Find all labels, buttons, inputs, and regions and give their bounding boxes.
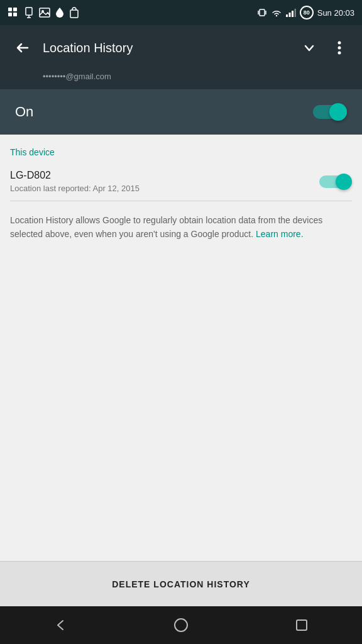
learn-more-link[interactable]: Learn more. <box>256 229 303 239</box>
content-area: This device LG-D802 Location last report… <box>0 135 362 606</box>
master-toggle-bar: On <box>0 89 362 135</box>
svg-rect-21 <box>297 620 307 630</box>
nav-recent-button[interactable] <box>283 606 321 644</box>
master-toggle-switch[interactable] <box>313 103 347 121</box>
status-bar: 80 Sun 20:03 <box>0 0 362 25</box>
svg-rect-15 <box>292 11 293 17</box>
device-name: LG-D802 <box>10 170 140 181</box>
battery-indicator: 80 <box>300 6 314 19</box>
nav-recent-icon <box>293 616 310 634</box>
toggle-label: On <box>15 104 313 120</box>
nav-home-button[interactable] <box>162 606 200 644</box>
device-toggle-thumb <box>336 174 352 190</box>
svg-point-19 <box>338 52 341 55</box>
toggle-thumb <box>329 103 347 121</box>
nav-back-button[interactable] <box>41 606 79 644</box>
back-icon <box>15 40 30 55</box>
status-bar-left-icons <box>8 7 79 18</box>
nav-back-icon <box>52 616 69 634</box>
svg-rect-3 <box>13 13 17 16</box>
svg-rect-0 <box>8 8 12 11</box>
svg-rect-13 <box>286 14 288 17</box>
grid-icon <box>8 7 19 18</box>
svg-point-20 <box>175 619 187 631</box>
svg-point-17 <box>338 42 341 45</box>
bag-icon <box>69 7 79 18</box>
svg-rect-10 <box>260 9 265 16</box>
svg-rect-1 <box>13 8 17 11</box>
svg-rect-16 <box>294 9 296 17</box>
svg-point-18 <box>338 47 341 50</box>
glass-icon <box>24 7 34 18</box>
image-icon <box>39 8 50 18</box>
device-info: LG-D802 Location last reported: Apr 12, … <box>10 170 140 193</box>
this-device-section-header: This device <box>0 135 362 162</box>
chevron-down-icon <box>302 41 316 55</box>
page-title: Location History <box>43 41 299 55</box>
device-row: LG-D802 Location last reported: Apr 12, … <box>0 162 362 201</box>
toolbar: Location History <box>0 25 362 70</box>
svg-rect-9 <box>70 10 78 18</box>
account-row: ••••••••@gmail.com <box>0 70 362 89</box>
vibrate-icon <box>257 8 267 18</box>
signal-icon <box>286 8 296 17</box>
overflow-menu-button[interactable] <box>327 35 352 60</box>
info-text-block: Location History allows Google to regula… <box>0 201 362 253</box>
more-icon <box>337 40 341 55</box>
wifi-icon <box>271 8 282 17</box>
back-button[interactable] <box>10 35 35 60</box>
svg-rect-14 <box>288 13 290 17</box>
drop-icon <box>55 7 64 18</box>
status-time: Sun 20:03 <box>317 8 354 18</box>
device-last-reported: Location last reported: Apr 12, 2015 <box>10 184 140 193</box>
svg-rect-2 <box>8 13 12 16</box>
delete-location-history-button[interactable]: DELETE LOCATION HISTORY <box>0 561 362 606</box>
nav-home-icon <box>172 616 190 634</box>
delete-button-label: DELETE LOCATION HISTORY <box>112 579 250 589</box>
account-dropdown-button[interactable] <box>299 38 319 58</box>
device-toggle-switch[interactable] <box>319 173 352 191</box>
nav-bar <box>0 606 362 644</box>
content-spacer <box>0 253 362 561</box>
status-bar-right-icons: 80 Sun 20:03 <box>257 6 354 19</box>
svg-rect-4 <box>26 8 32 15</box>
account-email: ••••••••@gmail.com <box>43 72 111 81</box>
